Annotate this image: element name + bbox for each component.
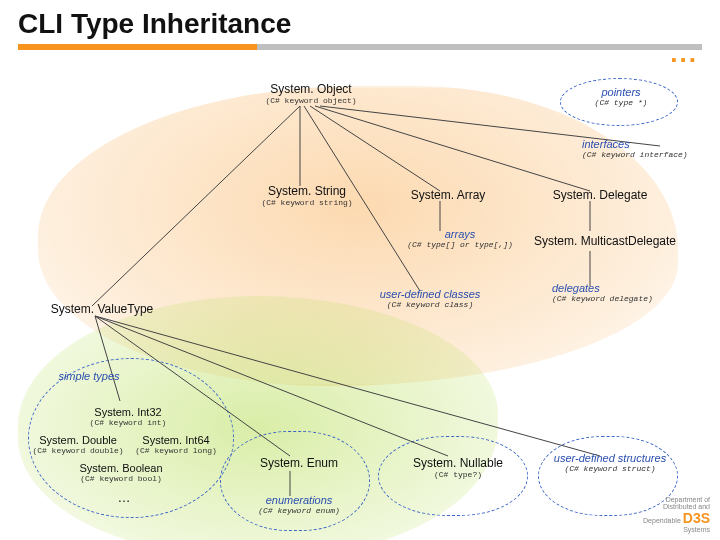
diagram-canvas: System. Object (C# keyword object) point… <box>0 56 720 536</box>
node-interfaces: interfaces (C# keyword interface) <box>582 138 712 159</box>
label: System. Array <box>411 188 486 202</box>
node-system-valuetype: System. ValueType <box>42 302 162 316</box>
label: … <box>118 490 131 505</box>
sub: (C# keyword class) <box>350 300 510 309</box>
sub: (C# keyword long) <box>126 446 226 455</box>
title-underline <box>18 44 702 50</box>
footer-sub: Systems <box>683 526 710 533</box>
sub: (C# type[] or type[,]) <box>400 240 520 249</box>
node-system-enum: System. Enum <box>244 456 354 470</box>
label: interfaces <box>582 138 630 150</box>
sub: (C# type?) <box>398 470 518 479</box>
node-arrays: arrays (C# type[] or type[,]) <box>400 228 520 249</box>
node-double: System. Double (C# keyword double) <box>28 434 128 455</box>
label: arrays <box>445 228 476 240</box>
sub: (C# keyword double) <box>28 446 128 455</box>
label: pointers <box>601 86 640 98</box>
label: System. Boolean <box>79 462 162 474</box>
label: user-defined structures <box>554 452 666 464</box>
footer-line1: Department of <box>666 496 710 503</box>
label: System. Enum <box>260 456 338 470</box>
label: delegates <box>552 282 600 294</box>
footer-branding: Department of Distributed and Dependable… <box>643 496 710 534</box>
page-title: CLI Type Inheritance <box>0 0 720 44</box>
label: enumerations <box>266 494 333 506</box>
node-system-array: System. Array <box>398 188 498 202</box>
label: System. Object <box>270 82 351 96</box>
node-int64: System. Int64 (C# keyword long) <box>126 434 226 455</box>
label: System. Nullable <box>413 456 503 470</box>
node-pointers: pointers (C# type *) <box>576 86 666 107</box>
sub: (C# keyword bool) <box>66 474 176 483</box>
sub: (C# keyword struct) <box>550 464 670 473</box>
node-system-object: System. Object (C# keyword object) <box>256 82 366 105</box>
label: System. String <box>268 184 346 198</box>
sub: (C# keyword interface) <box>582 150 712 159</box>
sub: (C# keyword delegate) <box>552 294 702 303</box>
label: System. MulticastDelegate <box>534 234 676 248</box>
footer-line3: Dependable <box>643 517 681 524</box>
node-boolean: System. Boolean (C# keyword bool) <box>66 462 176 483</box>
footer-brand: D3S <box>683 510 710 526</box>
sub: (C# keyword enum) <box>244 506 354 515</box>
label: System. ValueType <box>51 302 154 316</box>
label: System. Int64 <box>142 434 209 446</box>
node-system-delegate: System. Delegate <box>540 188 660 202</box>
sub: (C# keyword int) <box>78 418 178 427</box>
node-user-structs: user-defined structures (C# keyword stru… <box>550 452 670 473</box>
node-system-nullable: System. Nullable (C# type?) <box>398 456 518 479</box>
enum-group <box>220 431 370 531</box>
label: System. Double <box>39 434 117 446</box>
node-user-classes: user-defined classes (C# keyword class) <box>350 288 510 309</box>
sub: (C# keyword string) <box>252 198 362 207</box>
sub: (C# keyword object) <box>256 96 366 105</box>
node-system-string: System. String (C# keyword string) <box>252 184 362 207</box>
node-multicast-delegate: System. MulticastDelegate <box>520 234 690 248</box>
label: user-defined classes <box>380 288 481 300</box>
label: simple types <box>58 370 119 382</box>
sub: (C# type *) <box>576 98 666 107</box>
node-more: … <box>104 490 144 505</box>
node-enumerations: enumerations (C# keyword enum) <box>244 494 354 515</box>
label: System. Delegate <box>553 188 648 202</box>
label: System. Int32 <box>94 406 161 418</box>
node-simple-types: simple types <box>44 370 134 382</box>
node-delegates: delegates (C# keyword delegate) <box>552 282 702 303</box>
node-int32: System. Int32 (C# keyword int) <box>78 406 178 427</box>
